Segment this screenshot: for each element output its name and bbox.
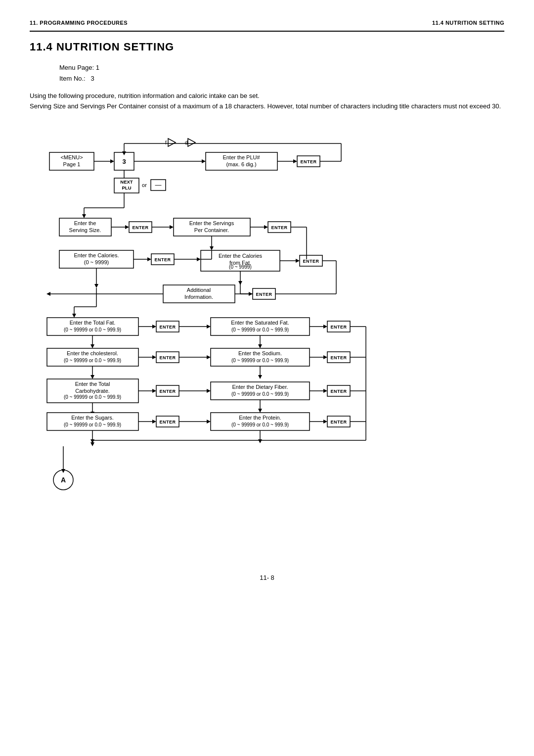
desc-line1: Using the following procedure, nutrition… [30,91,504,101]
svg-text:PLU: PLU [122,185,132,190]
svg-text:—: — [155,181,162,189]
svg-text:Enter the Servings: Enter the Servings [189,220,234,226]
svg-text:3: 3 [122,158,126,165]
description: Using the following procedure, nutrition… [30,91,504,112]
svg-text:Enter the Total Fat.: Enter the Total Fat. [70,320,116,326]
svg-marker-137 [258,375,262,379]
svg-text:Enter the Sodium.: Enter the Sodium. [238,350,282,356]
svg-text:Enter the Calories: Enter the Calories [219,253,263,259]
page-number: 11- 8 [30,574,504,581]
svg-text:Enter the Total: Enter the Total [75,381,110,387]
svg-marker-186 [323,420,327,424]
meta-info: Menu Page: 1 Item No.: 3 [59,62,504,84]
svg-text:(0 ~ 99999 or 0.0 ~ 999.9): (0 ~ 99999 or 0.0 ~ 999.9) [64,327,121,332]
svg-text:ENTER: ENTER [159,389,176,394]
section-title: 11.4 NUTRITION SETTING [30,41,504,53]
svg-text:Information.: Information. [184,294,213,300]
svg-text:(0 ~ 99999 or 0.0 ~ 999.9): (0 ~ 99999 or 0.0 ~ 999.9) [231,358,289,363]
flowchart: f d <MENU> Page 1 3 Enter the PLU# (max.… [30,124,504,554]
svg-text:(0 ~ 9999): (0 ~ 9999) [84,259,109,265]
svg-marker-17 [293,159,297,163]
svg-text:Serving Size.: Serving Size. [69,227,101,233]
svg-marker-179 [207,420,211,424]
svg-marker-99 [72,314,76,318]
svg-text:d: d [185,140,188,145]
svg-marker-156 [207,389,211,393]
header-divider [30,31,504,32]
svg-marker-60 [147,257,151,261]
svg-text:Enter the cholesterol.: Enter the cholesterol. [67,350,118,356]
svg-text:or: or [142,182,147,188]
subsection-header: 11.4 NUTRITION SETTING [432,20,504,26]
svg-text:ENTER: ENTER [159,355,176,360]
svg-marker-152 [152,389,156,393]
svg-text:NEXT: NEXT [120,179,133,185]
svg-marker-110 [207,325,211,329]
svg-text:Enter the Saturated Fat.: Enter the Saturated Fat. [231,320,289,326]
svg-text:Enter the Calories.: Enter the Calories. [74,252,119,258]
svg-text:<MENU>: <MENU> [60,154,83,160]
svg-text:ENTER: ENTER [330,355,347,360]
svg-marker-0 [168,139,176,146]
svg-marker-95 [46,292,50,296]
svg-marker-104 [90,344,94,348]
svg-text:Page 1: Page 1 [63,161,81,167]
svg-marker-44 [170,225,174,229]
desc-line2: Serving Size and Servings Per Container … [30,101,504,112]
svg-text:ENTER: ENTER [271,225,287,230]
svg-text:(0 ~ 99999 or 0.0 ~ 999.9): (0 ~ 99999 or 0.0 ~ 999.9) [64,358,121,363]
svg-marker-81 [94,284,98,288]
svg-text:ENTER: ENTER [159,420,176,425]
svg-marker-49 [210,246,214,250]
svg-marker-12 [202,159,206,163]
menu-page: Menu Page: 1 [59,62,504,73]
svg-marker-161 [258,409,262,413]
svg-text:ENTER: ENTER [154,257,171,262]
svg-text:ENTER: ENTER [330,325,347,330]
svg-text:Enter the: Enter the [74,220,96,226]
svg-text:ENTER: ENTER [330,389,347,394]
svg-marker-72 [296,259,300,263]
svg-marker-128 [152,355,156,359]
svg-text:ENTER: ENTER [300,159,316,164]
svg-text:Enter the Dietary Fiber.: Enter the Dietary Fiber. [232,384,288,390]
svg-text:(0 ~ 99999 or 0.0 ~ 999.9): (0 ~ 99999 or 0.0 ~ 999.9) [64,422,121,427]
svg-text:(0 ~ 99999 or 0.0 ~ 999.9): (0 ~ 99999 or 0.0 ~ 999.9) [231,327,289,332]
svg-marker-132 [207,355,211,359]
svg-text:Enter the Sugars.: Enter the Sugars. [71,415,114,421]
svg-marker-115 [258,344,262,348]
item-no: Item No.: 3 [59,73,504,84]
svg-text:Carbohydrate.: Carbohydrate. [75,388,110,394]
svg-text:(0 ~ 9999): (0 ~ 9999) [229,264,252,270]
svg-marker-117 [323,325,327,329]
page: 11. PROGRAMMING PROCEDURES 11.4 NUTRITIO… [0,0,534,756]
svg-text:A: A [61,476,66,484]
svg-marker-139 [323,355,327,359]
svg-text:(0 ~ 99999 or 0.0 ~ 999.9): (0 ~ 99999 or 0.0 ~ 999.9) [64,394,121,400]
svg-marker-126 [90,375,94,379]
svg-marker-35 [82,214,86,218]
svg-marker-8 [110,159,114,163]
svg-text:ENTER: ENTER [256,292,272,297]
svg-text:ENTER: ENTER [303,259,319,264]
svg-text:(max. 6 dig.): (max. 6 dig.) [226,161,256,167]
svg-text:ENTER: ENTER [159,325,176,330]
svg-text:Enter the PLU#: Enter the PLU# [222,154,260,160]
svg-marker-175 [152,420,156,424]
svg-marker-184 [258,439,262,443]
svg-text:f: f [165,140,167,145]
svg-text:Per Container.: Per Container. [194,227,229,233]
svg-marker-64 [197,257,201,261]
svg-text:(0 ~ 99999 or 0.0 ~ 999.9): (0 ~ 99999 or 0.0 ~ 999.9) [231,422,289,427]
section-header: 11. PROGRAMMING PROCEDURES [30,20,128,26]
svg-marker-163 [323,389,327,393]
svg-text:(0 ~ 99999 or 0.0 ~ 999.9): (0 ~ 99999 or 0.0 ~ 999.9) [231,391,289,397]
svg-text:Enter the Protein.: Enter the Protein. [239,415,281,421]
svg-text:ENTER: ENTER [132,225,148,230]
svg-marker-40 [125,225,129,229]
svg-text:ENTER: ENTER [330,420,347,425]
svg-marker-194 [90,442,94,446]
svg-marker-51 [264,225,268,229]
svg-text:Additional: Additional [187,287,211,293]
svg-marker-106 [152,325,156,329]
